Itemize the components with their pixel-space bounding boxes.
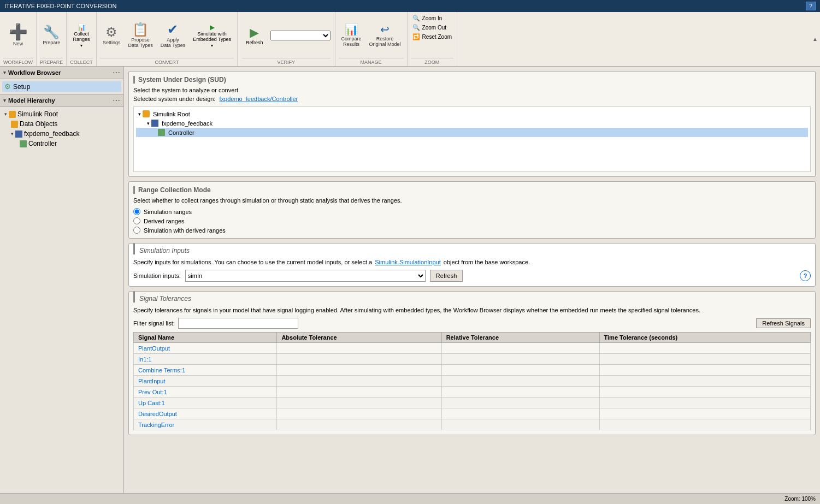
table-row[interactable]: TrackingError xyxy=(134,419,811,430)
table-row[interactable]: PlantOutput xyxy=(134,343,811,354)
sud-tree-controller[interactable]: Controller xyxy=(136,128,808,137)
verify-input-area xyxy=(270,31,331,40)
table-row[interactable]: Combine Terms:1 xyxy=(134,365,811,376)
table-row[interactable]: DesiredOutput xyxy=(134,408,811,419)
collect-buttons: 📊 CollectRanges xyxy=(70,14,93,57)
help-button-sim[interactable]: ? xyxy=(800,270,811,281)
model-hierarchy-header[interactable]: Model Hierarchy ⋯ xyxy=(0,94,123,107)
table-row[interactable]: PlantInput xyxy=(134,376,811,387)
apply-data-types-button[interactable]: ✔ ApplyData Types xyxy=(158,21,188,50)
radio-derived-ranges[interactable]: Derived ranges xyxy=(133,217,811,224)
signal-name-cell[interactable]: In1:1 xyxy=(134,354,277,365)
signal-name-cell[interactable]: PlantInput xyxy=(134,376,277,387)
restore-original-button[interactable]: ↩ RestoreOriginal Model xyxy=(367,22,404,49)
toolbar-section-collect: 📊 CollectRanges COLLECT xyxy=(67,12,97,66)
zoom-in-button[interactable]: 🔍 Zoom In xyxy=(411,14,444,22)
workflow-browser-title: Workflow Browser xyxy=(8,69,61,76)
toolbar-section-workflow: ➕ New WORKFLOW xyxy=(0,12,37,66)
sud-tree-simulink-root[interactable]: ▾ Simulink Root xyxy=(136,109,808,118)
verify-dropdown[interactable] xyxy=(270,31,331,40)
signal-link[interactable]: TrackingError xyxy=(138,422,174,428)
apply-label: ApplyData Types xyxy=(161,37,185,48)
refresh-signals-button[interactable]: Refresh Signals xyxy=(756,318,811,328)
sud-link[interactable]: fxpdemo_feedback/Controller xyxy=(219,96,298,102)
zoom-in-label: Zoom In xyxy=(422,15,443,21)
simulate-dropdown[interactable] xyxy=(208,43,216,50)
restore-label: RestoreOriginal Model xyxy=(369,36,401,47)
signal-link[interactable]: PlantOutput xyxy=(138,345,170,352)
signal-link[interactable]: In1:1 xyxy=(138,356,151,363)
abs-cell xyxy=(277,387,441,398)
apply-icon: ✔ xyxy=(167,23,178,36)
collect-ranges-top[interactable]: 📊 CollectRanges xyxy=(70,22,93,43)
manage-buttons: 📊 CompareResults ↩ RestoreOriginal Model xyxy=(339,14,404,57)
simulate-embedded-top[interactable]: ▶ Simulate withEmbedded Types xyxy=(190,22,234,43)
reset-zoom-button[interactable]: 🔁 Reset Zoom xyxy=(411,33,453,41)
simulate-embedded-button[interactable]: ▶ Simulate withEmbedded Types xyxy=(190,22,234,50)
setup-icon: ⚙ xyxy=(4,82,11,91)
setup-label: Setup xyxy=(13,83,30,91)
signal-link[interactable]: DesiredOutput xyxy=(138,411,177,417)
sud-tree-fxpdemo[interactable]: ▾ fxpdemo_feedback xyxy=(136,118,808,128)
sud-controller-icon xyxy=(158,129,165,136)
setup-item[interactable]: ⚙ Setup xyxy=(2,81,121,92)
propose-data-types-button[interactable]: 📋 ProposeData Types xyxy=(125,21,155,50)
manage-section-label: MANAGE xyxy=(339,58,404,65)
radio-derived-ranges-input[interactable] xyxy=(133,217,140,224)
toolbar-expand[interactable]: ▲ xyxy=(810,12,820,66)
verify-top: ▶ Refresh xyxy=(242,14,331,57)
collect-ranges-icon: 📊 xyxy=(78,23,86,31)
tree-item-controller[interactable]: Controller xyxy=(2,139,121,149)
collect-ranges-button[interactable]: 📊 CollectRanges xyxy=(70,22,93,50)
status-bar: Zoom: 100% xyxy=(0,493,820,504)
help-button[interactable]: ? xyxy=(806,2,816,10)
settings-button[interactable]: ⚙ Settings xyxy=(100,24,123,47)
radio-sim-ranges[interactable]: Simulation ranges xyxy=(133,208,811,215)
signal-link[interactable]: Combine Terms:1 xyxy=(138,367,185,373)
zoom-buttons: 🔍 Zoom In 🔍 Zoom Out 🔁 Reset Zoom xyxy=(411,14,453,57)
sud-panel: System Under Design (SUD) Select the sys… xyxy=(128,71,816,177)
tree-item-simulink-root[interactable]: Simulink Root xyxy=(2,109,121,119)
workflow-browser-header[interactable]: Workflow Browser ⋯ xyxy=(0,67,123,79)
sud-root-label: Simulink Root xyxy=(153,111,190,117)
zoom-out-button[interactable]: 🔍 Zoom Out xyxy=(411,23,448,32)
signal-name-cell[interactable]: DesiredOutput xyxy=(134,408,277,419)
run-compare-button[interactable]: ▶ Refresh xyxy=(242,24,267,47)
compare-results-button[interactable]: 📊 CompareResults xyxy=(339,22,364,49)
workflow-browser-arrow xyxy=(3,70,6,75)
workflow-browser-menu[interactable]: ⋯ xyxy=(113,68,120,77)
signal-link[interactable]: Prev Out:1 xyxy=(138,389,167,395)
time-cell xyxy=(599,387,810,398)
col-abs-tolerance: Absolute Tolerance xyxy=(277,333,441,343)
toolbar-section-verify: ▶ Refresh VERIFY xyxy=(238,12,335,66)
radio-sim-derived-input[interactable] xyxy=(133,227,140,234)
sim-input-link[interactable]: Simulink.SimulationInput xyxy=(375,259,440,265)
table-row[interactable]: Up Cast:1 xyxy=(134,398,811,408)
col-time-tolerance: Time Tolerance (seconds) xyxy=(599,333,810,343)
radio-sim-derived[interactable]: Simulation with derived ranges xyxy=(133,227,811,234)
radio-sim-ranges-input[interactable] xyxy=(133,208,140,215)
sud-content: System Under Design (SUD) Select the sys… xyxy=(129,72,815,176)
radio-group: Simulation ranges Derived ranges Simulat… xyxy=(133,208,811,234)
refresh-button[interactable]: Refresh xyxy=(430,270,463,282)
new-button[interactable]: ➕ New xyxy=(6,23,31,48)
signal-link[interactable]: PlantInput xyxy=(138,378,166,384)
signal-name-cell[interactable]: PlantOutput xyxy=(134,343,277,354)
filter-input[interactable] xyxy=(178,318,298,329)
signal-link[interactable]: Up Cast:1 xyxy=(138,400,165,406)
signal-title-border: Signal Tolerances xyxy=(133,292,815,303)
prepare-button[interactable]: 🔧 Prepare xyxy=(40,24,63,47)
tree-item-data-objects[interactable]: Data Objects xyxy=(2,119,121,129)
tree-item-fxpdemo-feedback[interactable]: fxpdemo_feedback xyxy=(2,129,121,139)
table-row[interactable]: In1:1 xyxy=(134,354,811,365)
model-hierarchy-menu[interactable]: ⋯ xyxy=(113,96,120,105)
rel-cell xyxy=(441,408,599,419)
signal-name-cell[interactable]: Combine Terms:1 xyxy=(134,365,277,376)
signal-name-cell[interactable]: Prev Out:1 xyxy=(134,387,277,398)
table-row[interactable]: Prev Out:1 xyxy=(134,387,811,398)
collect-ranges-dropdown[interactable] xyxy=(78,43,85,50)
signal-name-cell[interactable]: Up Cast:1 xyxy=(134,398,277,408)
signal-name-cell[interactable]: TrackingError xyxy=(134,419,277,430)
model-hierarchy-title: Model Hierarchy xyxy=(8,97,55,104)
sim-inputs-select[interactable]: simIn xyxy=(185,270,426,282)
